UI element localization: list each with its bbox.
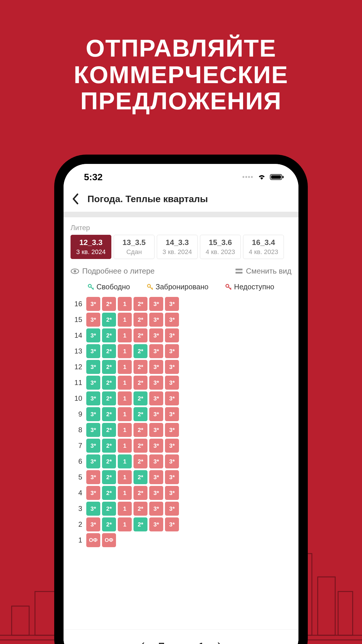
unit-cell[interactable]: 2* [133, 376, 147, 390]
unit-cell[interactable]: 1 [118, 376, 132, 390]
unit-cell[interactable]: 2* [102, 376, 116, 390]
unit-cell[interactable]: 3* [86, 486, 100, 500]
unit-cell[interactable]: 3* [86, 470, 100, 484]
unit-cell[interactable]: 2* [102, 297, 116, 311]
pager-next-button[interactable] [212, 642, 222, 644]
unit-cell[interactable]: 2* [133, 328, 147, 342]
unit-cell[interactable]: 3* [86, 376, 100, 390]
unit-cell[interactable]: 3* [165, 360, 179, 374]
unit-cell[interactable]: 1 [118, 486, 132, 500]
unit-cell[interactable]: 2* [102, 313, 116, 327]
unit-cell[interactable]: 3* [149, 407, 163, 421]
liter-tab-13_3.5[interactable]: 13_3.5Сдан [114, 235, 154, 259]
unit-cell[interactable]: 3* [149, 470, 163, 484]
unit-cell[interactable]: 2* [102, 517, 116, 531]
liter-tab-14_3.3[interactable]: 14_3.33 кв. 2024 [157, 235, 198, 259]
unit-cell[interactable]: 1 [118, 454, 132, 468]
unit-cell[interactable]: 3* [86, 360, 100, 374]
unit-cell[interactable]: 2* [102, 470, 116, 484]
back-button[interactable] [72, 193, 79, 205]
unit-cell[interactable]: 3* [149, 439, 163, 453]
floor-grid[interactable]: 163*2*12*3*3*153*2*12*3*3*143*2*12*3*3*1… [71, 297, 291, 629]
unit-cell[interactable]: 1 [118, 470, 132, 484]
unit-cell[interactable]: 3* [149, 391, 163, 405]
liter-tab-15_3.6[interactable]: 15_3.64 кв. 2023 [200, 235, 241, 259]
unit-cell[interactable]: 3* [165, 407, 179, 421]
unit-cell[interactable]: 3* [149, 297, 163, 311]
unit-cell[interactable]: 3* [86, 391, 100, 405]
unit-cell[interactable]: 2* [102, 502, 116, 516]
unit-cell[interactable]: 2* [102, 360, 116, 374]
unit-cell[interactable]: 2* [133, 407, 147, 421]
unit-cell[interactable]: 2* [102, 423, 116, 437]
unit-cell[interactable]: 2* [133, 486, 147, 500]
unit-cell[interactable]: 3* [165, 423, 179, 437]
liter-tab-16_3.4[interactable]: 16_3.44 кв. 2023 [243, 235, 284, 259]
unit-cell[interactable]: 3* [86, 344, 100, 358]
unit-cell[interactable]: ОФ [86, 533, 100, 547]
unit-cell[interactable]: 2* [133, 360, 147, 374]
unit-cell[interactable]: 3* [165, 344, 179, 358]
unit-cell[interactable]: 3* [165, 439, 179, 453]
unit-cell[interactable]: 2* [102, 391, 116, 405]
unit-cell[interactable]: 3* [86, 502, 100, 516]
unit-cell[interactable]: 3* [86, 454, 100, 468]
unit-cell[interactable]: 3* [149, 486, 163, 500]
unit-cell[interactable]: 3* [86, 439, 100, 453]
unit-cell[interactable]: 2* [102, 439, 116, 453]
unit-cell[interactable]: 2* [133, 423, 147, 437]
unit-cell[interactable]: 2* [133, 344, 147, 358]
unit-cell[interactable]: 3* [165, 486, 179, 500]
unit-cell[interactable]: ОФ [102, 533, 116, 547]
unit-cell[interactable]: 3* [165, 376, 179, 390]
unit-cell[interactable]: 3* [149, 313, 163, 327]
unit-cell[interactable]: 1 [118, 423, 132, 437]
unit-cell[interactable]: 1 [118, 328, 132, 342]
unit-cell[interactable]: 1 [118, 439, 132, 453]
unit-cell[interactable]: 3* [86, 313, 100, 327]
unit-cell[interactable]: 2* [133, 313, 147, 327]
unit-cell[interactable]: 1 [118, 313, 132, 327]
unit-cell[interactable]: 3* [165, 297, 179, 311]
unit-cell[interactable]: 1 [118, 344, 132, 358]
unit-cell[interactable]: 2* [133, 517, 147, 531]
switch-view-button[interactable]: Сменить вид [235, 267, 291, 276]
unit-cell[interactable]: 1 [118, 391, 132, 405]
unit-cell[interactable]: 1 [118, 407, 132, 421]
unit-cell[interactable]: 3* [86, 517, 100, 531]
unit-cell[interactable]: 2* [102, 344, 116, 358]
unit-cell[interactable]: 3* [86, 328, 100, 342]
pager-prev-button[interactable] [140, 642, 150, 644]
unit-cell[interactable]: 2* [102, 328, 116, 342]
unit-cell[interactable]: 1 [118, 297, 132, 311]
unit-cell[interactable]: 2* [102, 486, 116, 500]
unit-cell[interactable]: 2* [133, 454, 147, 468]
unit-cell[interactable]: 2* [133, 391, 147, 405]
unit-cell[interactable]: 3* [86, 407, 100, 421]
unit-cell[interactable]: 3* [165, 328, 179, 342]
unit-cell[interactable]: 3* [165, 454, 179, 468]
liter-tab-12_3.3[interactable]: 12_3.33 кв. 2024 [71, 235, 111, 259]
unit-cell[interactable]: 3* [165, 391, 179, 405]
unit-cell[interactable]: 3* [149, 502, 163, 516]
unit-cell[interactable]: 3* [149, 454, 163, 468]
unit-cell[interactable]: 2* [133, 502, 147, 516]
unit-cell[interactable]: 2* [133, 439, 147, 453]
unit-cell[interactable]: 2* [133, 297, 147, 311]
unit-cell[interactable]: 3* [149, 328, 163, 342]
unit-cell[interactable]: 3* [86, 297, 100, 311]
unit-cell[interactable]: 1 [118, 517, 132, 531]
unit-cell[interactable]: 3* [165, 470, 179, 484]
unit-cell[interactable]: 3* [165, 313, 179, 327]
unit-cell[interactable]: 1 [118, 360, 132, 374]
unit-cell[interactable]: 2* [133, 470, 147, 484]
unit-cell[interactable]: 3* [149, 423, 163, 437]
unit-cell[interactable]: 1 [118, 502, 132, 516]
unit-cell[interactable]: 3* [149, 344, 163, 358]
details-button[interactable]: Подробнее о литере [71, 267, 154, 276]
unit-cell[interactable]: 2* [102, 407, 116, 421]
unit-cell[interactable]: 3* [165, 517, 179, 531]
unit-cell[interactable]: 3* [86, 423, 100, 437]
unit-cell[interactable]: 2* [102, 454, 116, 468]
unit-cell[interactable]: 3* [149, 360, 163, 374]
